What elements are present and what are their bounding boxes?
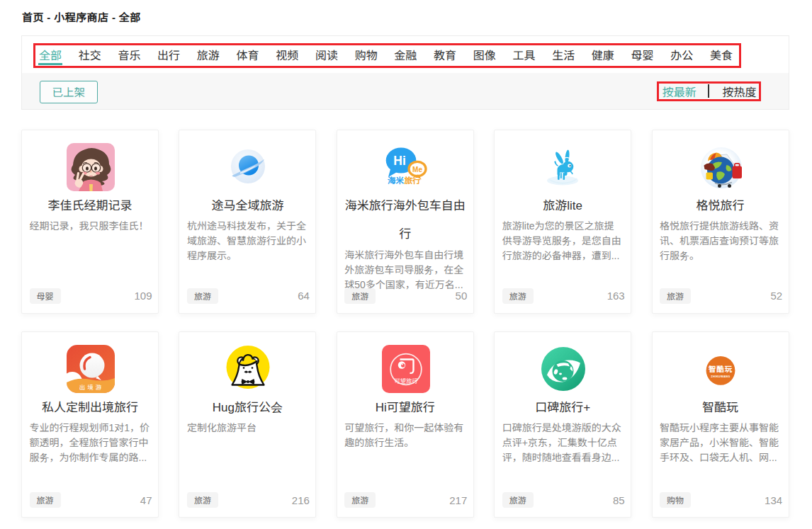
svg-text:Me: Me — [412, 166, 422, 174]
svg-text:Hi: Hi — [393, 154, 406, 168]
svg-text:ZHIKUWANG: ZHIKUWANG — [711, 375, 730, 378]
svg-text:可望旅行: 可望旅行 — [394, 376, 417, 385]
svg-text:海米: 海米 — [388, 174, 404, 186]
svg-text:出境游: 出境游 — [79, 382, 104, 391]
svg-text:智酷玩: 智酷玩 — [708, 363, 733, 374]
svg-text:旅行: 旅行 — [404, 174, 420, 186]
